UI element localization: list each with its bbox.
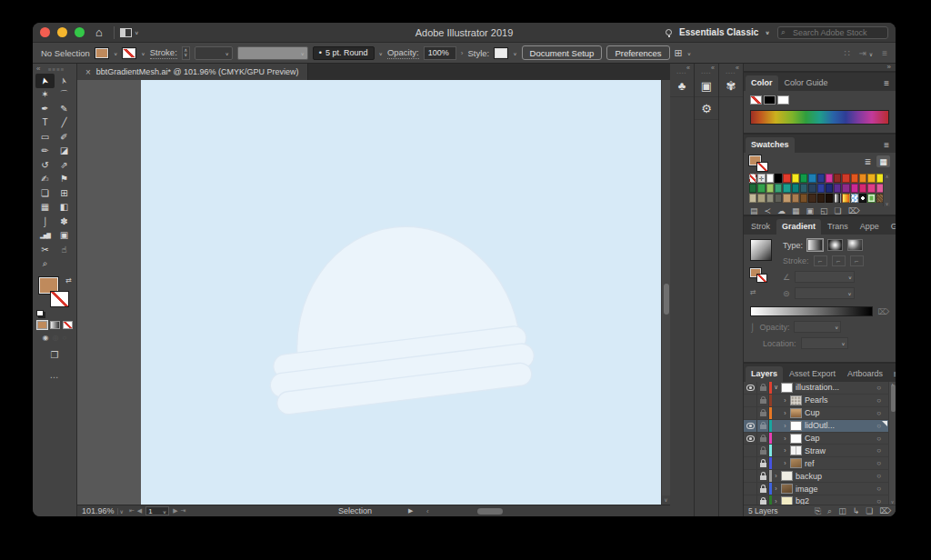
chevron-right-icon[interactable]: › [461, 49, 464, 57]
swatch[interactable] [851, 194, 858, 203]
layer-row[interactable]: ›Pearls○ [744, 395, 896, 407]
chevron-down-icon[interactable]: ∨ [379, 50, 383, 55]
fill-stroke-indicator[interactable]: ⇄ [36, 276, 73, 316]
color-button[interactable] [37, 321, 47, 329]
document-tab[interactable]: × bbtGradientMesh.ai* @ 101.96% (CMYK/GP… [77, 64, 308, 80]
visibility-cell[interactable] [744, 445, 757, 456]
layer-thumbnail[interactable] [781, 484, 793, 494]
collect-for-export-icon[interactable]: ⎘ [815, 506, 821, 516]
swatch[interactable] [859, 174, 866, 183]
layer-target-icon[interactable]: ○ [876, 485, 881, 493]
tool-type[interactable]: T [35, 116, 55, 131]
gradient-aspect-dropdown[interactable]: ∨ [795, 287, 855, 299]
swatch[interactable] [783, 174, 790, 183]
layer-row[interactable]: ›Straw○ [744, 445, 896, 457]
layer-target-icon[interactable]: ○ [876, 472, 881, 480]
lock-icon[interactable] [760, 488, 766, 493]
tool-paintbrush[interactable]: ✐ [55, 130, 74, 145]
tab-layers[interactable]: Layers [746, 366, 783, 382]
sync-library-icon[interactable]: ☁ [777, 206, 786, 215]
layer-row[interactable]: ›lidOutl...○ [744, 420, 896, 433]
layers-scrollbar-thumb[interactable] [891, 385, 896, 412]
tool-pencil[interactable]: ✏ [35, 145, 55, 159]
swatch[interactable] [766, 174, 774, 183]
tool-perspective-grid[interactable]: ⊞ [55, 186, 74, 201]
swatch[interactable] [808, 174, 816, 183]
locate-object-icon[interactable]: ⌕ [827, 506, 832, 516]
swatch[interactable] [859, 184, 866, 193]
visibility-cell[interactable] [744, 495, 757, 505]
visibility-cell[interactable] [744, 420, 757, 432]
gradient-opacity-dropdown[interactable]: ∨ [794, 321, 841, 333]
lock-icon[interactable] [760, 386, 766, 391]
scroll-up-icon[interactable]: ∧ [884, 174, 890, 179]
swatch[interactable] [749, 194, 756, 203]
delete-swatch-icon[interactable]: ⌦ [848, 206, 860, 215]
swatch[interactable] [867, 174, 875, 183]
swatch[interactable] [867, 184, 875, 193]
swatch[interactable] [834, 194, 841, 203]
expand-chevron-icon[interactable]: › [781, 447, 789, 454]
lock-icon[interactable] [760, 425, 766, 429]
document-setup-button[interactable]: Document Setup [522, 45, 603, 60]
freeform-gradient-button[interactable] [847, 239, 863, 251]
menu-icon[interactable]: ≡ [882, 48, 887, 58]
swatch-kinds-icon[interactable]: ▦ [792, 206, 800, 215]
swatches-fill-stroke-indicator[interactable] [749, 155, 771, 173]
tool-slice[interactable]: ✂ [35, 243, 55, 257]
tab-color[interactable]: Color [746, 75, 778, 91]
layer-target-icon[interactable]: ○ [876, 459, 881, 467]
lock-icon[interactable] [760, 412, 766, 416]
layer-thumbnail[interactable] [790, 408, 802, 418]
tab-graph[interactable]: Graph [886, 219, 896, 235]
lock-icon[interactable] [760, 463, 766, 467]
stroke-weight-label[interactable]: Stroke: [150, 47, 177, 59]
vertical-scrollbar[interactable]: ∨ [661, 80, 670, 505]
visibility-cell[interactable] [744, 382, 757, 394]
stroke-gradient-across-button[interactable]: ⌐ [850, 255, 864, 266]
tab-gradient[interactable]: Gradient [776, 219, 821, 235]
expand-chevron-icon[interactable]: › [781, 410, 789, 416]
draw-normal-icon[interactable]: ◉ [43, 334, 49, 342]
chevron-down-icon[interactable]: ∨ [687, 50, 691, 55]
tool-direct-selection[interactable]: ➢ [55, 74, 74, 88]
edit-toolbar-icon[interactable]: … [33, 365, 76, 380]
swatch[interactable] [800, 174, 807, 183]
stroke-weight-stepper[interactable]: ∧∨ [182, 46, 190, 60]
tool-column-graph[interactable]: ▂▅▇ [35, 229, 55, 244]
layer-row[interactable]: ∨illustration...○ [744, 382, 896, 395]
gradient-preview-swatch[interactable] [750, 239, 772, 261]
swatch[interactable] [826, 194, 833, 203]
eye-icon[interactable] [746, 435, 755, 442]
tool-curvature[interactable]: ✎ [55, 102, 74, 116]
previous-artboard-icon[interactable]: ◀ [137, 507, 142, 515]
swatch[interactable] [757, 194, 765, 203]
tool-gradient[interactable]: ◧ [55, 201, 74, 215]
swatch-themes-icon[interactable]: ≺ [765, 206, 772, 215]
visibility-cell[interactable] [744, 457, 757, 469]
swatch[interactable] [749, 184, 756, 193]
minimize-button[interactable] [57, 27, 67, 37]
layer-target-icon[interactable]: ○ [876, 446, 881, 455]
stroke-weight-dropdown[interactable]: ∨ [195, 46, 233, 60]
tab-trans[interactable]: Trans [822, 219, 854, 235]
tool-symbol-sprayer[interactable]: ✽ [55, 215, 74, 229]
swatch-libraries-icon[interactable]: ▤ [750, 206, 758, 215]
lock-icon[interactable] [760, 399, 766, 404]
layer-thumbnail[interactable] [790, 445, 802, 455]
gradient-fill-stroke-indicator[interactable] [750, 268, 770, 285]
expand-chevron-icon[interactable]: ∨ [772, 384, 780, 391]
fullscreen-button[interactable] [75, 27, 85, 37]
layer-row[interactable]: ›ref○ [744, 457, 896, 470]
tool-shape-builder[interactable]: ❏ [35, 186, 55, 201]
gradient-angle-dropdown[interactable]: ∨ [795, 271, 855, 283]
expand-chevron-icon[interactable]: › [772, 498, 780, 505]
stroke-gradient-along-button[interactable]: ⌐ [832, 255, 846, 266]
lock-cell[interactable] [757, 407, 769, 419]
panel-menu-icon[interactable]: ≡ [879, 78, 894, 91]
swatch[interactable] [792, 194, 799, 203]
default-fill-stroke-icon[interactable] [36, 310, 44, 316]
tool-magic-wand[interactable]: ✶ [35, 88, 55, 103]
swatch[interactable] [775, 174, 782, 183]
tool-eyedropper[interactable]: ⌡ [35, 215, 55, 229]
